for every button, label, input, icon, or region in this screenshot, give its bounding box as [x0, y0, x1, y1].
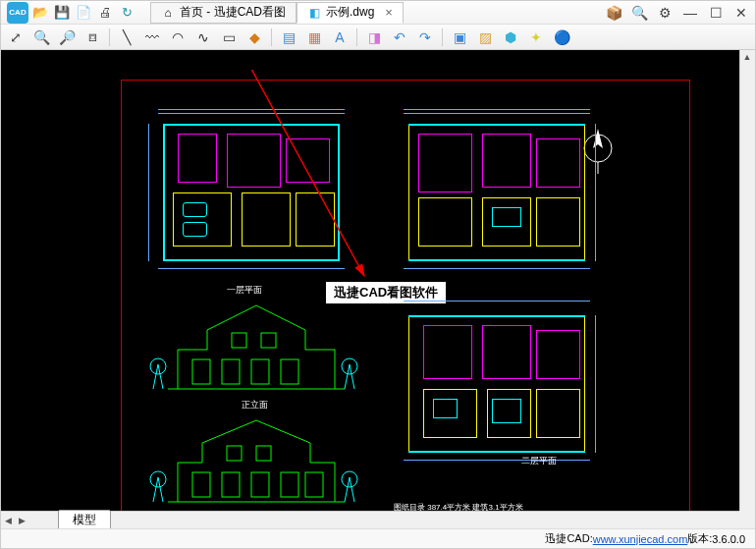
block-icon[interactable]: ▣ [451, 28, 468, 46]
svg-rect-7 [281, 359, 298, 384]
status-bar: 迅捷CAD: www.xunjiecad.com 版本: 3.6.0.0 [1, 528, 755, 548]
scroll-right-icon[interactable]: ▶ [15, 514, 28, 527]
3d-icon[interactable]: ⬢ [502, 28, 519, 46]
wblock-icon[interactable]: ▨ [476, 28, 494, 46]
color-icon[interactable]: 🔵 [553, 28, 570, 46]
status-version: 3.6.0.0 [712, 533, 745, 545]
svg-rect-18 [227, 446, 242, 461]
model-tab[interactable]: 模型 [58, 510, 111, 528]
status-version-label: 版本: [687, 531, 712, 546]
drawing-canvas: 一层平面 迅捷CAD看图软件 [60, 70, 696, 511]
home-icon: ⌂ [161, 6, 175, 20]
folder-open-icon[interactable]: 📂 [32, 5, 48, 21]
svg-rect-17 [305, 472, 323, 497]
zoom-extents-icon[interactable]: ⤢ [7, 28, 25, 46]
tab-close-icon[interactable]: × [385, 5, 393, 20]
tab-home[interactable]: ⌂ 首页 - 迅捷CAD看图 [150, 2, 297, 24]
line-icon[interactable]: ╲ [118, 28, 135, 46]
erase-icon[interactable]: ◨ [365, 28, 383, 46]
vertical-scrollbar[interactable]: ▲ [739, 50, 755, 511]
rectangle-icon[interactable]: ▭ [220, 28, 238, 46]
home-icon[interactable]: 📦 [606, 5, 621, 21]
floor-plan-2 [394, 109, 600, 276]
floor-plan-3 [394, 301, 600, 467]
svg-rect-14 [222, 472, 240, 497]
titlebar: CAD 📂 💾 📄 🖨 ↻ ⌂ 首页 - 迅捷CAD看图 ◧ 示例.dwg × … [1, 1, 755, 25]
floor-plan-1 [148, 109, 354, 276]
document-tabs: ⌂ 首页 - 迅捷CAD看图 ◧ 示例.dwg × [150, 2, 404, 24]
hatch-icon[interactable]: ◆ [245, 28, 263, 46]
redo-icon[interactable]: ↷ [416, 28, 434, 46]
spline-icon[interactable]: ∿ [194, 28, 212, 46]
svg-rect-19 [256, 446, 271, 461]
window-controls: 📦 🔍 ⚙ — ☐ ✕ [606, 5, 749, 21]
svg-rect-9 [261, 333, 276, 348]
svg-rect-15 [251, 472, 269, 497]
print-icon[interactable]: 🖨 [97, 5, 113, 21]
svg-rect-8 [232, 333, 246, 348]
doc-icon: ◧ [307, 6, 321, 20]
elevation-2 [148, 409, 364, 517]
file-icon[interactable]: 📄 [76, 5, 91, 21]
svg-rect-16 [281, 472, 298, 497]
file-save-icon[interactable]: 💾 [54, 5, 70, 21]
tab-label: 示例.dwg [326, 4, 374, 21]
maximize-button[interactable]: ☐ [708, 5, 724, 21]
layer-prev-icon[interactable]: ▤ [280, 28, 297, 46]
separator [356, 28, 357, 46]
settings-icon[interactable]: ⚙ [657, 5, 673, 21]
scroll-corner [739, 511, 755, 528]
quick-access-toolbar: 📂 💾 📄 🖨 ↻ [32, 5, 135, 21]
arc-icon[interactable]: ◠ [169, 28, 187, 46]
drawing-viewport[interactable]: 一层平面 迅捷CAD看图软件 [1, 50, 755, 528]
svg-rect-13 [192, 472, 210, 497]
elevation-1 [148, 296, 364, 404]
svg-rect-6 [251, 359, 269, 384]
separator [271, 28, 272, 46]
polyline-icon[interactable]: 〰 [143, 28, 161, 46]
refresh-icon[interactable]: ↻ [119, 5, 135, 21]
plan3-label: 二层平面 [521, 455, 557, 467]
scroll-left-icon[interactable]: ◀ [1, 514, 15, 527]
zoom-out-icon[interactable]: 🔎 [58, 28, 76, 46]
undo-icon[interactable]: ↶ [391, 28, 408, 46]
separator [109, 28, 110, 46]
app-logo: CAD [7, 2, 28, 24]
zoom-in-icon[interactable]: 🔍 [32, 28, 50, 46]
search-icon[interactable]: 🔍 [631, 5, 647, 21]
text-style-icon[interactable]: A [331, 28, 349, 46]
svg-rect-5 [222, 359, 240, 384]
render-icon[interactable]: ✦ [527, 28, 545, 46]
close-button[interactable]: ✕ [733, 5, 749, 21]
tab-label: 首页 - 迅捷CAD看图 [180, 4, 286, 21]
scroll-up-icon[interactable]: ▲ [740, 50, 754, 64]
separator [442, 28, 443, 46]
svg-rect-4 [192, 359, 210, 384]
main-toolbar: ⤢ 🔍 🔎 ⧈ ╲ 〰 ◠ ∿ ▭ ◆ ▤ ▦ A ◨ ↶ ↷ ▣ ▨ ⬢ ✦ … [1, 25, 755, 50]
layer-icon[interactable]: ▦ [305, 28, 323, 46]
status-prefix: 迅捷CAD: [545, 531, 592, 546]
tab-document[interactable]: ◧ 示例.dwg × [297, 2, 404, 24]
zoom-window-icon[interactable]: ⧈ [83, 28, 101, 46]
status-link[interactable]: www.xunjiecad.com [593, 533, 688, 545]
horizontal-scrollbar[interactable]: ◀ ▶ 模型 [1, 511, 739, 528]
minimize-button[interactable]: — [682, 5, 698, 21]
